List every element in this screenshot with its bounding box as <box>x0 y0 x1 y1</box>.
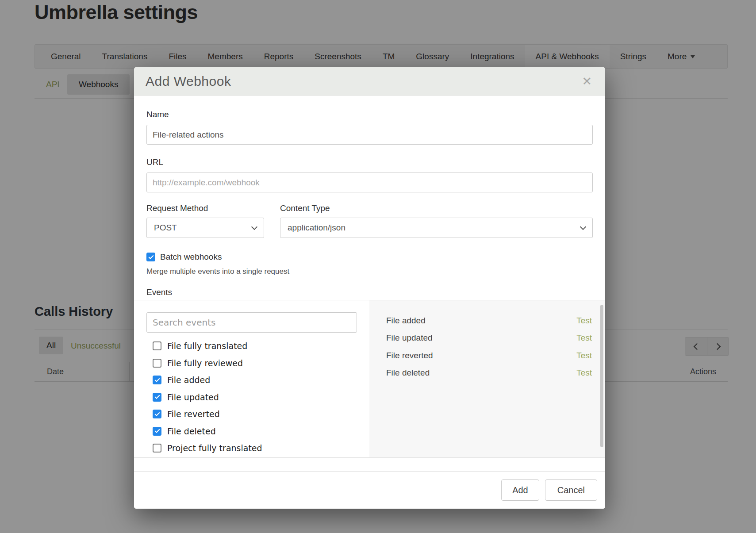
selected-event-file-updated: File updated Test <box>369 330 605 347</box>
selected-events-list: File added Test File updated Test File r… <box>369 312 605 382</box>
chevron-down-icon <box>580 223 586 230</box>
event-option-label: File reverted <box>167 409 220 419</box>
event-option-file-updated[interactable]: File updated <box>134 389 369 406</box>
event-checkbox[interactable] <box>153 393 161 402</box>
request-method-value: POST <box>154 223 177 233</box>
events-region: File fully translated File fully reviewe… <box>134 300 605 458</box>
event-checkbox[interactable] <box>153 444 161 452</box>
selected-event-label: File reverted <box>386 351 433 360</box>
check-icon <box>154 377 160 382</box>
event-checkbox[interactable] <box>153 359 161 368</box>
batch-webhooks-checkbox[interactable] <box>146 253 155 261</box>
event-option-file-fully-translated[interactable]: File fully translated <box>134 337 369 355</box>
event-option-file-deleted[interactable]: File deleted <box>134 423 369 440</box>
event-option-label: File fully reviewed <box>167 358 243 368</box>
selected-event-file-added: File added Test <box>369 312 605 330</box>
modal-header: Add Webhook ✕ <box>134 67 605 96</box>
event-checkbox[interactable] <box>153 427 161 436</box>
request-method-label: Request Method <box>146 203 208 213</box>
content-type-label: Content Type <box>280 203 330 213</box>
add-webhook-modal: Add Webhook ✕ Name URL Request Method Co… <box>134 67 605 509</box>
selected-event-label: File updated <box>386 333 433 343</box>
event-checkbox[interactable] <box>153 376 161 384</box>
modal-footer: Add Cancel <box>134 471 605 509</box>
check-icon <box>154 428 160 433</box>
search-events-input[interactable] <box>146 312 357 333</box>
selected-event-label: File added <box>386 316 426 326</box>
selected-events-pane: File added Test File updated Test File r… <box>369 300 605 457</box>
add-button[interactable]: Add <box>501 479 539 501</box>
event-checkbox[interactable] <box>153 341 161 350</box>
test-link[interactable]: Test <box>576 333 592 343</box>
selected-event-label: File deleted <box>386 368 430 378</box>
cancel-button[interactable]: Cancel <box>545 479 597 501</box>
event-option-label: File updated <box>167 392 219 402</box>
selected-event-file-deleted: File deleted Test <box>369 364 605 382</box>
events-options-list: File fully translated File fully reviewe… <box>134 337 369 457</box>
event-option-project-fully-translated[interactable]: Project fully translated <box>134 440 369 457</box>
event-option-file-added[interactable]: File added <box>134 372 369 389</box>
name-input[interactable] <box>146 125 593 145</box>
event-option-label: File deleted <box>167 426 216 436</box>
event-option-label: File added <box>167 375 210 385</box>
selected-event-file-reverted: File reverted Test <box>369 347 605 364</box>
batch-webhooks-help: Merge multiple events into a single requ… <box>146 267 289 276</box>
event-checkbox[interactable] <box>153 410 161 418</box>
url-input[interactable] <box>146 173 593 192</box>
event-option-file-fully-reviewed[interactable]: File fully reviewed <box>134 355 369 372</box>
event-option-label: File fully translated <box>167 341 247 351</box>
check-icon <box>154 411 160 416</box>
events-label: Events <box>146 288 172 297</box>
batch-webhooks-label: Batch webhooks <box>160 252 222 262</box>
request-method-select[interactable]: POST <box>146 218 264 238</box>
chevron-down-icon <box>251 223 257 230</box>
test-link[interactable]: Test <box>576 316 592 326</box>
batch-webhooks-row[interactable]: Batch webhooks <box>146 252 222 262</box>
test-link[interactable]: Test <box>576 368 592 378</box>
close-icon[interactable]: ✕ <box>576 72 598 91</box>
events-options-pane: File fully translated File fully reviewe… <box>134 300 369 457</box>
event-option-file-reverted[interactable]: File reverted <box>134 406 369 423</box>
test-link[interactable]: Test <box>576 351 592 360</box>
scrollbar-thumb[interactable] <box>600 305 603 447</box>
check-icon <box>148 253 154 259</box>
url-label: URL <box>146 157 163 167</box>
event-option-label: Project fully translated <box>167 443 262 453</box>
content-type-value: application/json <box>288 223 345 233</box>
content-type-select[interactable]: application/json <box>280 218 593 238</box>
name-label: Name <box>146 110 169 119</box>
modal-title: Add Webhook <box>146 74 231 89</box>
check-icon <box>154 394 160 399</box>
